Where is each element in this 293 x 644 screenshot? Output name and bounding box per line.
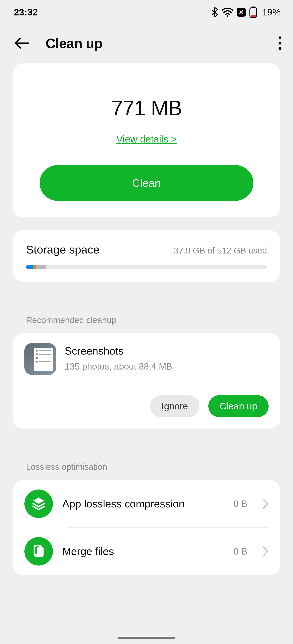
page-title: Clean up: [46, 35, 102, 51]
storage-usage-text: 37.9 GB of 512 GB used: [174, 246, 267, 256]
list-item-value: 0 B: [233, 498, 247, 509]
screenshots-thumbnail: [25, 343, 56, 375]
status-bar: 23:32 ✕ 19%: [0, 0, 293, 24]
nav-handle[interactable]: [118, 637, 175, 639]
svg-rect-3: [251, 15, 256, 17]
wifi-icon: [222, 8, 233, 17]
svg-point-0: [227, 15, 228, 17]
layers-icon: [25, 490, 53, 518]
lossless-compression-item[interactable]: App lossless compression 0 B: [25, 480, 268, 527]
list-item-title: Merge files: [62, 545, 224, 558]
recommended-title: Screenshots: [65, 345, 268, 357]
battery-percent: 19%: [262, 7, 281, 18]
files-icon: [25, 537, 53, 566]
arrow-left-icon: [15, 37, 29, 49]
storage-title: Storage space: [26, 243, 100, 256]
storage-card[interactable]: Storage space 37.9 GB of 512 GB used: [13, 230, 280, 282]
recommended-card: Screenshots 135 photos, about 88.4 MB Ig…: [13, 334, 280, 428]
clean-button[interactable]: Clean: [40, 165, 253, 201]
no-sim-icon: ✕: [237, 8, 246, 17]
lossless-list: App lossless compression 0 B Merge files…: [13, 480, 280, 575]
merge-files-item[interactable]: Merge files 0 B: [25, 528, 268, 575]
more-options-button[interactable]: [278, 36, 281, 51]
more-vert-icon: [278, 36, 281, 50]
cleanup-button[interactable]: Clean up: [208, 395, 268, 417]
battery-icon: [249, 6, 257, 18]
storage-bar: [26, 265, 267, 269]
recommended-section-label: Recommended cleanup: [13, 315, 280, 325]
svg-point-6: [278, 47, 281, 50]
recommended-subtitle: 135 photos, about 88.4 MB: [65, 362, 268, 372]
list-item-title: App lossless compression: [62, 498, 224, 510]
list-item-value: 0 B: [233, 546, 247, 557]
cleanable-size: 771 MB: [111, 96, 182, 120]
svg-point-4: [278, 36, 281, 39]
status-time: 23:32: [14, 7, 38, 18]
view-details-link[interactable]: View details >: [116, 134, 177, 145]
cleanable-card: 771 MB View details > Clean: [13, 64, 280, 217]
ignore-button[interactable]: Ignore: [150, 395, 199, 417]
status-right: ✕ 19%: [211, 6, 281, 18]
back-button[interactable]: [15, 37, 29, 50]
svg-point-5: [278, 42, 281, 44]
chevron-right-icon: [262, 499, 268, 509]
lossless-section-label: Lossless optimisation: [13, 462, 280, 472]
app-header: Clean up: [0, 24, 293, 64]
bluetooth-icon: [211, 7, 218, 17]
chevron-right-icon: [262, 546, 268, 556]
